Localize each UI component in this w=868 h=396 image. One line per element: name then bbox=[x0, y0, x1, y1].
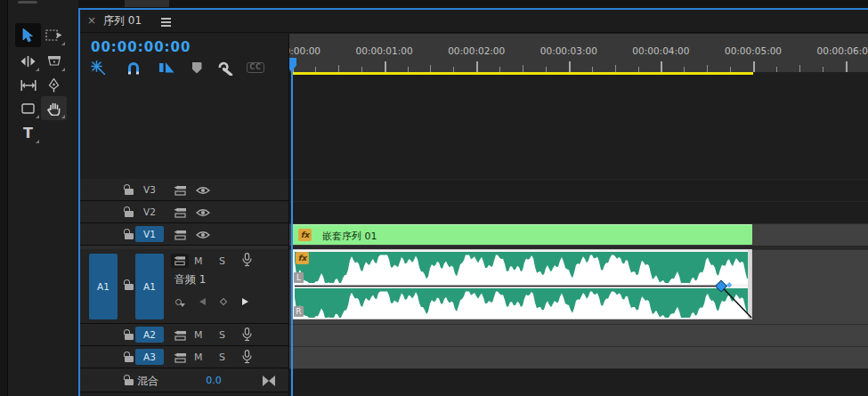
close-tab-icon[interactable]: × bbox=[87, 14, 96, 27]
razor-tool-button[interactable] bbox=[41, 49, 67, 73]
volume-rubber-band[interactable] bbox=[293, 250, 753, 320]
panel-tab-bar: × 序列 01 bbox=[80, 10, 868, 33]
type-tool-button[interactable]: T bbox=[15, 121, 41, 145]
panel-menu-icon[interactable] bbox=[161, 18, 171, 28]
panel-grip bbox=[18, 1, 37, 4]
timeline-panel: × 序列 01 00:00:00:00 bbox=[78, 8, 868, 396]
ruler-tick bbox=[846, 61, 848, 72]
ruler-tick bbox=[776, 67, 777, 72]
lock-icon[interactable] bbox=[124, 329, 134, 341]
pen-tool-button[interactable] bbox=[41, 73, 67, 97]
captions-cc-icon[interactable]: CC bbox=[244, 59, 267, 77]
ruler-label: 00:00:04:00 bbox=[612, 45, 710, 56]
track-target-v1[interactable]: V1 bbox=[135, 226, 164, 242]
snap-magnet-icon[interactable] bbox=[123, 59, 144, 77]
lock-icon[interactable] bbox=[124, 279, 134, 291]
track-lane-v2 bbox=[289, 201, 868, 223]
sync-lock-icon[interactable] bbox=[171, 254, 189, 268]
lock-icon[interactable] bbox=[124, 352, 134, 363]
track-lane-a3 bbox=[289, 346, 868, 368]
lock-icon[interactable] bbox=[124, 206, 134, 218]
eye-icon[interactable] bbox=[195, 185, 211, 195]
ripple-edit-icon bbox=[20, 56, 36, 67]
slip-tool-button[interactable] bbox=[15, 73, 41, 97]
track-lane-master bbox=[289, 368, 868, 392]
insert-nest-icon[interactable] bbox=[87, 59, 109, 77]
mute-button[interactable]: M bbox=[194, 352, 203, 363]
rectangle-tool-button[interactable] bbox=[15, 96, 41, 120]
track-select-forward-tool-button[interactable] bbox=[41, 23, 67, 47]
lock-icon[interactable] bbox=[124, 229, 134, 240]
source-patch-a1[interactable]: A1 bbox=[89, 254, 118, 319]
voiceover-mic-icon[interactable] bbox=[240, 253, 253, 267]
ruler-tick bbox=[823, 67, 823, 72]
sync-lock-icon[interactable] bbox=[173, 229, 187, 240]
voiceover-mic-icon[interactable] bbox=[240, 327, 253, 342]
add-marker-icon[interactable] bbox=[187, 59, 207, 77]
selection-tool-button[interactable] bbox=[15, 23, 41, 47]
playhead-line[interactable] bbox=[291, 58, 293, 396]
previous-keyframe-icon[interactable] bbox=[198, 297, 207, 306]
track-header-master: 混合 0.0 bbox=[80, 368, 288, 392]
track-target-v3[interactable]: V3 bbox=[135, 182, 164, 198]
eye-icon[interactable] bbox=[195, 207, 211, 217]
sync-lock-icon[interactable] bbox=[173, 352, 187, 363]
ruler-tick bbox=[385, 61, 386, 72]
lock-icon[interactable] bbox=[124, 375, 134, 386]
timeline-settings-wrench-icon[interactable] bbox=[214, 59, 237, 77]
track-header-a1: A1 A1 M S 音频 1 bbox=[80, 249, 288, 324]
mute-button[interactable]: M bbox=[194, 255, 203, 267]
sync-lock-icon[interactable] bbox=[173, 329, 187, 341]
collapse-bowtie-icon[interactable] bbox=[263, 376, 275, 386]
track-target-a3[interactable]: A3 bbox=[135, 349, 164, 365]
eye-icon[interactable] bbox=[195, 230, 211, 239]
tools-panel-edge bbox=[0, 0, 8, 396]
track-target-a2[interactable]: A2 bbox=[135, 327, 164, 343]
video-clip-nested-sequence[interactable]: fx 嵌套序列 01 bbox=[292, 224, 752, 245]
fx-badge[interactable]: fx bbox=[298, 229, 312, 241]
audio-clip[interactable]: L R fx bbox=[292, 249, 752, 319]
ruler-tick bbox=[799, 65, 800, 72]
solo-button[interactable]: S bbox=[219, 329, 225, 341]
track-lane-a2 bbox=[289, 324, 868, 346]
sequence-tab[interactable]: 序列 01 bbox=[103, 14, 142, 28]
flyout-triangle bbox=[36, 115, 39, 118]
master-gain-value[interactable]: 0.0 bbox=[196, 375, 231, 386]
hand-tool-button[interactable] bbox=[41, 96, 67, 120]
premiere-timeline-screen: T × 序列 01 00:00:00:00 bbox=[0, 0, 868, 396]
flyout-triangle bbox=[61, 115, 65, 118]
sync-lock-icon[interactable] bbox=[173, 184, 187, 196]
track-target-v2[interactable]: V2 bbox=[135, 204, 164, 220]
ruler-label: 00:00:01:00 bbox=[336, 45, 434, 56]
ruler-label: 00:00:02:00 bbox=[427, 45, 525, 56]
solo-button[interactable]: S bbox=[219, 255, 225, 267]
track-name-a1[interactable]: 音频 1 bbox=[174, 272, 206, 287]
ruler-tick bbox=[476, 61, 478, 72]
next-keyframe-icon[interactable] bbox=[240, 297, 249, 306]
volume-keyframe-handle[interactable] bbox=[726, 282, 732, 287]
track-header-v3: V3 bbox=[80, 179, 288, 201]
playhead-timecode[interactable]: 00:00:00:00 bbox=[91, 39, 191, 55]
ripple-edit-tool-button[interactable] bbox=[15, 49, 41, 73]
rectangle-icon bbox=[21, 103, 35, 114]
track-header-v2: V2 bbox=[80, 201, 288, 223]
timeline-track-area[interactable]: 00:00:00:0000:00:01:0000:00:02:0000:00:0… bbox=[288, 34, 868, 396]
work-area-bar[interactable] bbox=[292, 72, 753, 75]
master-track-label: 混合 bbox=[137, 374, 158, 389]
solo-button[interactable]: S bbox=[219, 352, 225, 363]
track-lane-v3 bbox=[289, 179, 868, 201]
add-keyframe-icon[interactable] bbox=[219, 297, 228, 306]
sync-lock-icon[interactable] bbox=[173, 206, 187, 218]
track-target-a1[interactable]: A1 bbox=[135, 254, 164, 319]
type-tool-icon: T bbox=[23, 126, 33, 141]
lock-icon[interactable] bbox=[124, 184, 134, 196]
keyframe-display-icon[interactable] bbox=[171, 295, 185, 308]
ruler-label: 00:00:03:00 bbox=[520, 45, 618, 56]
track-header-column: 00:00:00:00 bbox=[80, 34, 288, 396]
mute-button[interactable]: M bbox=[194, 329, 203, 341]
fx-badge[interactable]: fx bbox=[296, 252, 309, 264]
ruler-label: 00:00:05:00 bbox=[704, 45, 802, 56]
voiceover-mic-icon[interactable] bbox=[240, 350, 253, 364]
linked-selection-icon[interactable] bbox=[155, 59, 178, 77]
time-ruler[interactable]: 00:00:00:0000:00:01:0000:00:02:0000:00:0… bbox=[289, 34, 868, 72]
